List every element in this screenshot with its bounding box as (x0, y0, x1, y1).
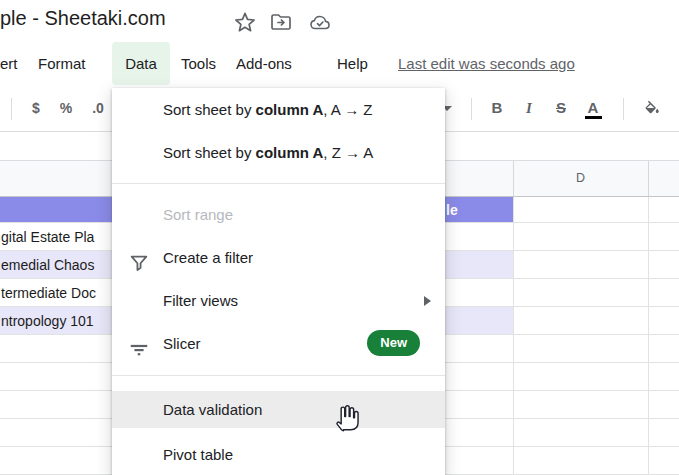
titlebar: ple - Sheetaki.com (0, 0, 679, 42)
slicer-icon (128, 333, 150, 355)
gridline-vertical (648, 197, 649, 475)
menu-help[interactable]: Help (337, 42, 368, 85)
italic-button[interactable]: I (518, 85, 540, 131)
menu-divider (112, 375, 445, 376)
menu-item-sort-sheet-az[interactable]: Sort sheet by column A, A → Z (112, 88, 445, 131)
format-currency-button[interactable]: $ (25, 85, 47, 131)
menu-item-sort-sheet-za[interactable]: Sort sheet by column A, Z → A (112, 131, 445, 174)
menubar: ert Format Data Tools Add-ons Help Last … (0, 42, 679, 85)
menu-item-label: Sort sheet by (163, 101, 256, 118)
menu-item-label-bold: column A (256, 144, 324, 161)
app-window: ple - Sheetaki.com ert Format Data Tools… (0, 0, 679, 475)
header-cell-fragment: le (446, 197, 458, 222)
column-separator (648, 161, 649, 196)
strikethrough-button[interactable]: S (550, 85, 572, 131)
menu-item-label: Filter views (163, 292, 238, 309)
data-menu-panel: Sort sheet by column A, A → Z Sort sheet… (112, 88, 445, 475)
menu-divider (112, 183, 445, 184)
menu-item-label: Sort sheet by (163, 144, 256, 161)
text-color-button[interactable]: A (582, 85, 604, 131)
bold-button[interactable]: B (486, 85, 508, 131)
toolbar-separator (11, 98, 12, 120)
gridline-vertical (513, 197, 514, 475)
toolbar-separator (471, 98, 472, 120)
cell-text: emedial Chaos (1, 251, 94, 278)
menu-insert-partial[interactable]: ert (0, 42, 18, 85)
decrease-decimal-button[interactable]: .0 (85, 85, 111, 131)
cell-text: ntropology 101 (1, 307, 94, 334)
menu-item-label: Slicer (163, 335, 201, 352)
fill-color-button[interactable] (643, 99, 661, 117)
move-folder-icon[interactable] (269, 10, 293, 34)
cursor-hand-icon (334, 403, 361, 437)
submenu-arrow-icon (424, 296, 431, 306)
filter-funnel-icon (128, 247, 150, 269)
toolbar-separator (623, 98, 624, 120)
menu-item-label: , A → Z (323, 101, 372, 118)
column-header-d[interactable]: D (513, 161, 648, 196)
document-title[interactable]: ple - Sheetaki.com (0, 7, 166, 30)
new-badge: New (367, 330, 420, 356)
cloud-check-icon[interactable] (308, 10, 332, 34)
menu-item-label: , Z → A (323, 144, 373, 161)
menu-item-label: Create a filter (163, 249, 253, 266)
menu-item-pivot-table[interactable]: Pivot table (112, 433, 445, 475)
menu-format[interactable]: Format (38, 42, 86, 85)
menu-data[interactable]: Data (112, 42, 170, 85)
text-color-swatch (585, 116, 602, 119)
menu-item-filter-views[interactable]: Filter views (112, 279, 445, 322)
menu-item-data-validation[interactable]: Data validation (112, 391, 445, 428)
menu-tools[interactable]: Tools (181, 42, 216, 85)
cell-text: termediate Doc (1, 279, 96, 306)
menu-item-create-filter[interactable]: Create a filter (112, 236, 445, 279)
menu-item-slicer[interactable]: Slicer New (112, 322, 445, 365)
star-icon[interactable] (233, 10, 257, 34)
format-percent-button[interactable]: % (55, 85, 77, 131)
menu-item-sort-range: Sort range (112, 193, 445, 236)
cell-text: gital Estate Pla (1, 223, 94, 250)
last-edit-link[interactable]: Last edit was seconds ago (398, 42, 575, 85)
menu-addons[interactable]: Add-ons (236, 42, 292, 85)
menu-item-label-bold: column A (256, 101, 324, 118)
